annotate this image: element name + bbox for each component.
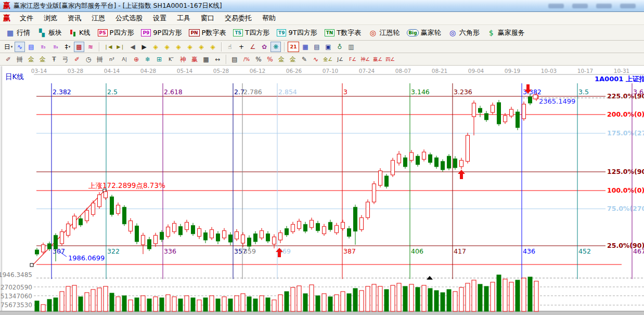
winner-wheel-button[interactable]: Big赢家轮 [403, 27, 444, 39]
info-board-tool[interactable]: ▤ [26, 42, 36, 52]
menu-item-5[interactable]: 设置 [148, 13, 172, 23]
menu-item-1[interactable]: 浏览 [38, 13, 62, 23]
f-angle-tool[interactable]: F∠ [347, 54, 358, 65]
gann-arrow-h-button[interactable]: ◈ [173, 42, 184, 52]
scale-list-tool[interactable]: ▤ [229, 54, 240, 65]
prev-bar-button[interactable]: ◀ [127, 42, 138, 52]
menu-item-6[interactable]: 工具 [172, 13, 196, 23]
grid123-tool[interactable]: ▦ [201, 54, 211, 65]
calendar-tool[interactable]: 21 [288, 42, 299, 52]
trend-line-handle[interactable] [30, 263, 33, 267]
hexagon-button[interactable]: ◎六角形 [445, 27, 483, 39]
gann-wheel-button[interactable]: ◎江恩轮 [365, 27, 403, 39]
winner-service-button[interactable]: $赢家服务 [483, 27, 529, 39]
horizontal-scrollbar[interactable] [0, 311, 644, 315]
spiral-tool[interactable]: 弓 [60, 54, 71, 65]
eraser-tool[interactable]: ✐ [3, 54, 14, 65]
hand-tool[interactable]: ☝ [225, 42, 235, 52]
gold-line-tool[interactable]: 金 [288, 54, 298, 65]
gold-section2-tool[interactable]: 金 [37, 54, 48, 65]
grid-ruler-tool[interactable]: 卌 [15, 54, 25, 65]
menu-item-3[interactable]: 江恩 [86, 13, 110, 23]
menu-item-4[interactable]: 公式选股 [110, 13, 148, 23]
percent-angle-tool[interactable]: ∕% [241, 54, 252, 65]
gold-circle-tool[interactable]: 金 [276, 54, 287, 65]
chanlun-tool[interactable]: ❋ [271, 42, 281, 52]
time-cycle-tool[interactable]: ◷ [83, 54, 94, 65]
target-circle-tool[interactable]: ⊕ [131, 54, 141, 65]
nine-p-square-button[interactable]: P99P四方形 [137, 27, 185, 39]
ying-tool[interactable]: 赢 [189, 54, 200, 65]
menu-item-2[interactable]: 资讯 [62, 13, 86, 23]
grid-box-tool[interactable]: ⊞ [154, 54, 164, 65]
gann-arrow-plus-button[interactable]: ◈ [196, 42, 207, 52]
zigzag-overlay-tool[interactable]: ∿ [15, 42, 25, 52]
crosshair-tool[interactable]: + [236, 42, 247, 52]
span-measure-tool[interactable]: ↔ [212, 54, 223, 65]
titlebar-faded-item [548, 4, 564, 8]
text-label-tool[interactable]: A| [119, 54, 130, 65]
gold-angle-tool[interactable]: 金∠ [322, 54, 333, 65]
k-mark-tool[interactable]: K″ [165, 54, 177, 65]
percent-level-tool[interactable]: % [265, 54, 275, 65]
triangle-marker[interactable] [427, 276, 433, 280]
gold-section-tool[interactable]: 金 [26, 54, 36, 65]
j-angle-tool[interactable]: J∠ [334, 54, 346, 65]
next-bar-button[interactable]: ▶ [139, 42, 149, 52]
knife-tool[interactable]: ✐ [72, 54, 82, 65]
gann-arrow-left-button[interactable]: ◈ [150, 42, 161, 52]
candle [485, 114, 488, 120]
p-number-button[interactable]: PNP数字表 [185, 27, 229, 39]
volume-profile-tool[interactable]: ≋ [85, 42, 96, 52]
shen-angle-tool[interactable]: 神∠ [359, 54, 371, 65]
shen-tool[interactable]: 神 [178, 54, 188, 65]
wave-band-tool[interactable]: ∿ [311, 54, 321, 65]
ying-angle-tool[interactable]: 赢∠ [372, 54, 383, 65]
menu-item-9[interactable]: 帮助 [257, 13, 281, 23]
n-square-tool[interactable]: n² [106, 54, 118, 65]
volume-bar [147, 299, 151, 311]
remote-tool[interactable]: ▥ [346, 42, 356, 52]
candle [154, 235, 158, 244]
menu-item-8[interactable]: 交易委托 [220, 13, 257, 23]
gann-arrow-all-button[interactable]: ◈ [208, 42, 218, 52]
network-share-tool[interactable]: ♁ [334, 42, 345, 52]
p-square-button[interactable]: PSP四方形 [94, 27, 138, 39]
wave3-tool[interactable]: ʬ₃ [37, 42, 49, 52]
pen-mark-tool[interactable]: ✎ [299, 54, 310, 65]
menu-item-7[interactable]: 窗口 [196, 13, 220, 23]
candle-style-selector[interactable]: ‡▾ [62, 42, 73, 52]
t-square-button[interactable]: TST四方形 [229, 27, 273, 39]
trend-line-handle[interactable] [103, 189, 106, 192]
gann-flower-tool[interactable]: ✿ [259, 42, 269, 52]
ruler2-tool[interactable]: 卌 [95, 54, 105, 65]
f-ruler-tool[interactable]: Ŧ [49, 54, 59, 65]
sectors-button[interactable]: ▚板块 [34, 27, 66, 39]
notes-tool[interactable]: ▤ [312, 42, 322, 52]
save-tool[interactable]: ▣ [323, 42, 333, 52]
gann-arrow-x-button[interactable]: ◈ [185, 42, 195, 52]
down-arrow-marker[interactable] [524, 84, 532, 94]
up-arrow-marker[interactable] [458, 170, 465, 179]
volume-bar [97, 288, 101, 311]
price-square-marker[interactable] [533, 95, 537, 99]
t-number-button[interactable]: TNT数字表 [321, 27, 365, 39]
calculator-tool[interactable]: ▦ [300, 42, 311, 52]
menu-item-0[interactable]: 文件 [15, 13, 38, 23]
percent-tool[interactable]: % [253, 54, 264, 65]
si-angle-tool[interactable]: 四∠ [384, 54, 396, 65]
kline-button[interactable]: K线 [66, 27, 94, 39]
up-arrow-marker[interactable] [276, 248, 283, 257]
trend-line[interactable] [33, 191, 105, 265]
last-bar-button[interactable]: ▶❘ [115, 42, 126, 52]
fractal-tool[interactable]: ▩ [74, 42, 84, 52]
first-bar-button[interactable]: ❘◀ [102, 42, 114, 52]
angle-measure-tool[interactable]: ∠ [248, 42, 258, 52]
snowflake-tool[interactable]: ❄ [143, 54, 153, 65]
wave9-tool[interactable]: ʬ₉ [50, 42, 61, 52]
period-day-selector[interactable]: 日▾ [3, 42, 14, 52]
nine-t-square-button[interactable]: T99T四方形 [273, 27, 321, 39]
volume-bar [310, 285, 314, 311]
quotes-button[interactable]: ▦行情 [2, 27, 34, 39]
gann-arrow-right-button[interactable]: ◈ [162, 42, 172, 52]
